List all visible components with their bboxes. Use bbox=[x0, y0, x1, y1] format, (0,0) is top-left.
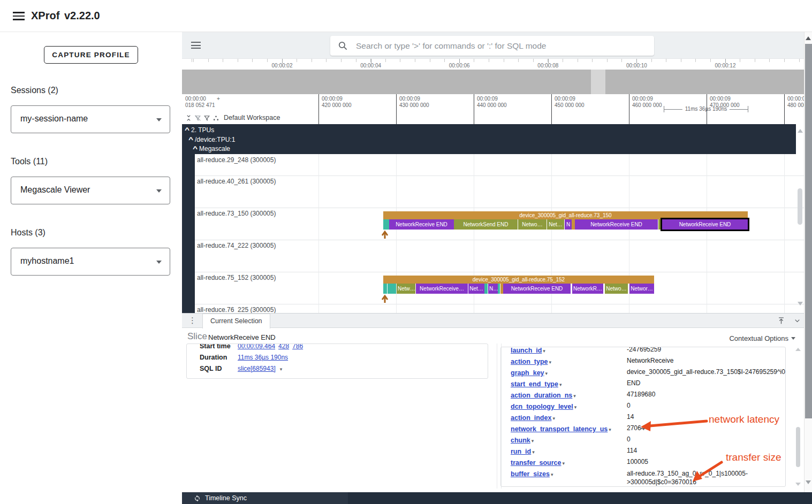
track-row-label[interactable]: all-reduce.74_222 (300005) bbox=[197, 242, 276, 249]
chevron-down-icon[interactable]: ▾ bbox=[559, 382, 562, 387]
minimap-viewport[interactable] bbox=[591, 70, 605, 94]
arg-key-link[interactable]: buffer_sizes bbox=[511, 470, 550, 478]
chevron-down-icon[interactable]: ▾ bbox=[532, 449, 535, 455]
timeline-slice[interactable]: Netwo… bbox=[605, 284, 628, 294]
track-row-label[interactable]: all-reduce.75_152 (300005) bbox=[197, 274, 276, 281]
arg-key-link[interactable]: transfer_source bbox=[511, 459, 561, 467]
scroll-down-icon[interactable] bbox=[795, 483, 801, 486]
chevron-down-icon[interactable]: ▾ bbox=[551, 472, 553, 477]
timeline-slice[interactable]: NetworkR… bbox=[572, 284, 603, 294]
detail-value-link[interactable]: 11ms 36µs 190ns bbox=[238, 354, 288, 361]
track-row-label[interactable]: all-reduce.73_150 (300005) bbox=[197, 210, 276, 217]
timeline-slice[interactable]: NetworkReceive… bbox=[416, 284, 468, 294]
kebab-menu-icon[interactable]: ⋮ bbox=[188, 316, 196, 325]
args-scrollbar[interactable] bbox=[795, 347, 801, 487]
timeline-slice[interactable]: Networ… bbox=[629, 284, 654, 294]
tracks-scrollbar[interactable] bbox=[797, 127, 803, 309]
track-group-tpus[interactable]: ^2. TPUs bbox=[182, 126, 796, 135]
timeline-slice[interactable]: N… bbox=[488, 284, 498, 294]
detail-value-link[interactable]: 00:00:09.464 bbox=[238, 343, 275, 350]
scroll-up-icon[interactable] bbox=[798, 129, 803, 133]
search-input[interactable] bbox=[355, 36, 649, 56]
chevron-down-icon[interactable] bbox=[793, 317, 801, 325]
track-group-device[interactable]: ^/device:TPU:1 bbox=[182, 135, 796, 145]
timeline-slice[interactable]: NetworkSend END bbox=[454, 219, 518, 230]
timeline-slice[interactable]: Net… bbox=[468, 284, 484, 294]
track-row-label[interactable]: all-reduce.40_261 (300005) bbox=[197, 178, 276, 185]
collapse-icon[interactable] bbox=[185, 114, 192, 121]
workspace-label[interactable]: Default Workspace bbox=[224, 114, 280, 121]
chevron-down-icon[interactable]: ▾ bbox=[574, 404, 577, 410]
timeline-slice[interactable]: Net… bbox=[547, 219, 564, 230]
detail-time-ruler[interactable]: 11ms 36µs 190ns Default Workspace 00:00:… bbox=[182, 94, 804, 124]
tab-current-selection[interactable]: Current Selection bbox=[202, 314, 270, 329]
session-select-value: my-session-name bbox=[20, 114, 88, 124]
arg-key-link[interactable]: dcn_topology_level bbox=[511, 403, 573, 410]
arg-key-link[interactable]: chunk bbox=[511, 437, 530, 444]
timeline-slice[interactable] bbox=[383, 219, 389, 230]
timeline-slice[interactable]: NetworkReceive END bbox=[575, 219, 658, 230]
scrollbar-thumb[interactable] bbox=[805, 44, 812, 418]
chevron-down-icon[interactable]: ▾ bbox=[573, 393, 576, 399]
timeline-slice[interactable]: N bbox=[565, 219, 572, 230]
chevron-down-icon[interactable]: ▾ bbox=[563, 461, 565, 466]
track-row-label[interactable]: all-reduce.76_225 (300005) bbox=[197, 306, 276, 313]
session-select[interactable]: my-session-name bbox=[11, 105, 170, 133]
track-row-label[interactable]: all-reduce.29_248 (300005) bbox=[197, 156, 276, 164]
app-title: XProf bbox=[31, 10, 59, 22]
scrollbar-thumb[interactable] bbox=[798, 188, 802, 225]
dock-to-top-icon[interactable] bbox=[777, 317, 785, 325]
chevron-down-icon[interactable]: ▾ bbox=[609, 427, 611, 432]
timeline-rows[interactable]: all-reduce.29_248 (300005)all-reduce.40_… bbox=[182, 154, 804, 313]
timeline-slice[interactable]: Netwo… bbox=[518, 219, 547, 230]
capture-profile-button[interactable]: CAPTURE PROFILE bbox=[44, 46, 138, 64]
chevron-down-icon[interactable]: ▾ bbox=[532, 438, 534, 444]
arg-key-link[interactable]: network_transport_latency_us bbox=[511, 425, 608, 433]
slice-group-bar[interactable]: device_300005_gid_all-reduce.75_152 bbox=[383, 276, 654, 284]
detail-value-link[interactable]: slice[685943] bbox=[238, 365, 276, 372]
chevron-down-icon[interactable]: ▾ bbox=[552, 416, 555, 421]
arg-key-link[interactable]: action_index bbox=[511, 414, 551, 422]
filter-icon[interactable] bbox=[203, 114, 210, 121]
search-box[interactable] bbox=[330, 36, 654, 56]
hamburger-menu-icon[interactable] bbox=[13, 12, 25, 20]
chevron-down-icon[interactable]: ▾ bbox=[543, 348, 545, 354]
page-scrollbar[interactable] bbox=[804, 32, 812, 492]
scroll-down-icon[interactable] bbox=[798, 302, 803, 306]
timeline-sync-button[interactable]: Timeline Sync bbox=[194, 492, 247, 504]
arg-key-link[interactable]: run_id bbox=[511, 448, 531, 455]
workspace-icon[interactable] bbox=[213, 114, 219, 121]
detail-value-link[interactable]: 786 bbox=[292, 343, 303, 350]
timeline-slice[interactable]: NetworkReceive END bbox=[389, 219, 454, 230]
timeline-slice[interactable] bbox=[498, 284, 500, 294]
tool-select[interactable]: Megascale Viewer bbox=[11, 177, 170, 204]
host-select-value: myhostname1 bbox=[20, 256, 74, 266]
filter-off-icon[interactable] bbox=[194, 114, 201, 121]
sidebar-toggle-icon[interactable] bbox=[191, 42, 201, 49]
contextual-options-dropdown[interactable]: Contextual Options bbox=[729, 334, 795, 342]
timeline-slice[interactable]: NetworkReceive END bbox=[503, 284, 571, 294]
timeline-slice[interactable]: Netw… bbox=[397, 284, 415, 294]
arg-key-link[interactable]: start_end_type bbox=[511, 380, 558, 388]
scroll-up-icon[interactable] bbox=[806, 36, 811, 40]
timeline-slice[interactable] bbox=[484, 284, 488, 294]
overview-tick-label: 00:00:02 bbox=[272, 63, 293, 68]
chevron-down-icon[interactable]: ▾ bbox=[280, 366, 283, 372]
timeline-slice-selected[interactable]: NetworkReceive END bbox=[661, 218, 749, 231]
scrollbar-thumb[interactable] bbox=[796, 427, 800, 467]
overview-time-ruler[interactable]: 00:00:0200:00:0400:00:0600:00:0800:00:10… bbox=[182, 59, 804, 70]
arg-key-link[interactable]: launch_id bbox=[511, 347, 542, 354]
scroll-down-icon[interactable] bbox=[806, 480, 811, 484]
timeline-minimap[interactable] bbox=[182, 70, 804, 94]
chevron-down-icon[interactable]: ▾ bbox=[545, 371, 548, 376]
detail-value-link[interactable]: 428 bbox=[278, 343, 289, 350]
arg-key-link[interactable]: graph_key bbox=[511, 369, 544, 377]
host-select[interactable]: myhostname1 bbox=[11, 248, 170, 276]
arg-key-link[interactable]: action_duration_ns bbox=[511, 392, 572, 399]
scroll-up-icon[interactable] bbox=[795, 348, 801, 351]
track-group-megascale[interactable]: ^Megascale bbox=[182, 144, 796, 154]
timeline-slice[interactable] bbox=[388, 284, 396, 294]
timeline-slice[interactable] bbox=[383, 284, 387, 294]
chevron-down-icon[interactable]: ▾ bbox=[549, 360, 551, 365]
arg-key-link[interactable]: action_type bbox=[511, 358, 548, 365]
